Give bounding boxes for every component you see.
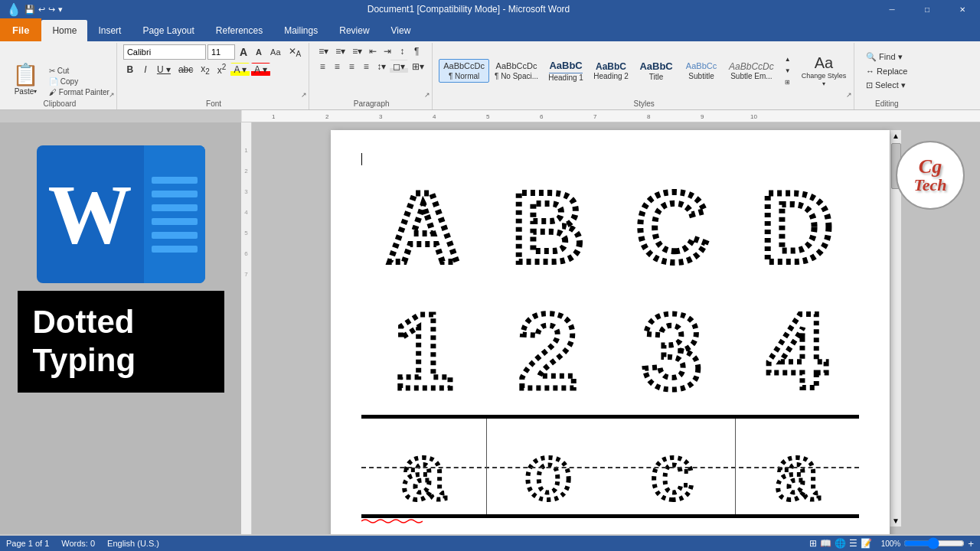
align-right-button[interactable]: ≡ [345,60,358,73]
outline-view[interactable]: ☰ [849,538,858,549]
svg-text:c: c [651,429,694,510]
subscript-button[interactable]: x2 [198,62,213,77]
strikethrough-button[interactable]: abc [175,63,196,77]
tab-file[interactable]: File [0,18,41,41]
title-label: Title [649,73,664,81]
zoom-in-button[interactable]: + [968,538,974,549]
clipboard-expand[interactable]: ↗ [109,91,115,99]
align-left-button[interactable]: ≡ [315,60,329,73]
ribbon: 📋 Paste ▾ ✂ Cut 📄 Copy 🖌 Format Painter … [0,41,980,110]
banner-line1: Dotted [33,303,209,341]
draft-view[interactable]: 📝 [861,538,872,549]
styles-expand[interactable]: ↗ [846,91,852,99]
styles-more[interactable]: ⊞ [781,77,795,87]
quick-undo[interactable]: ↩ [38,5,45,15]
subtle-em-preview: AaBbCcDc [729,61,774,72]
highlight-button[interactable]: A ▾ [230,63,250,77]
borders-button[interactable]: ⊞▾ [409,60,427,73]
copy-button[interactable]: 📄 Copy [47,77,112,86]
change-case-button[interactable]: Aa [267,46,283,58]
style-subtitle[interactable]: AaBbCc Subtitle [679,59,724,82]
grow-font-button[interactable]: A [237,44,250,60]
align-center-button[interactable]: ≡ [330,60,344,73]
full-reading-view[interactable]: 📖 [820,538,831,549]
superscript-button[interactable]: x2 [214,61,230,77]
style-subtle-em[interactable]: AaBbCcDc Subtle Em... [724,59,779,83]
small-letter-a: a [385,426,462,510]
web-layout-view[interactable]: 🌐 [835,538,846,549]
numbering-button[interactable]: ≡▾ [332,44,348,58]
tab-references[interactable]: References [205,20,273,41]
title-bar: 💧 💾 ↩ ↪ ▾ Document1 [Compatibility Mode]… [0,0,980,18]
format-painter-button[interactable]: 🖌 Format Painter [47,87,112,97]
svg-text:a: a [402,429,446,510]
style-heading1[interactable]: AaBbC Heading 1 [544,57,588,84]
paste-button[interactable]: 📋 Paste ▾ [8,60,44,97]
tab-review[interactable]: Review [328,20,380,41]
scroll-up-button[interactable]: ▲ [890,130,901,142]
svg-text:8: 8 [647,113,651,120]
svg-text:4: 4 [767,291,827,403]
svg-text:7: 7 [593,113,597,120]
decrease-indent-button[interactable]: ⇤ [366,44,380,58]
h2-label: Heading 2 [593,72,629,80]
italic-button[interactable]: I [139,63,152,77]
vertical-ruler: 1234567 [241,122,252,534]
tab-view[interactable]: View [381,20,422,41]
paragraph-label: Paragraph [311,99,432,108]
shrink-font-button[interactable]: A [252,46,266,58]
style-no-spacing[interactable]: AaBbCcDc ¶ No Spaci... [490,59,543,82]
font-name-input[interactable] [123,44,206,60]
select-button[interactable]: ⊡ Select ▾ [863,79,909,92]
underline-button[interactable]: U ▾ [154,63,174,77]
editing-group: 🔍 Find ▾ ↔ Replace ⊡ Select ▾ Editing [856,43,917,109]
print-layout-view[interactable]: ⊞ [809,538,817,549]
replace-button[interactable]: ↔ Replace [863,65,910,77]
number-4: 4 [747,289,847,403]
font-expand[interactable]: ↗ [301,91,307,99]
increase-indent-button[interactable]: ⇥ [381,44,394,58]
zoom-slider[interactable] [903,537,965,549]
line-spacing-button[interactable]: ↕▾ [374,60,389,73]
clipboard-label: Clipboard [3,99,116,108]
scroll-down-button[interactable]: ▼ [890,515,901,527]
quick-redo[interactable]: ↪ [48,5,55,15]
font-color-button[interactable]: A ▾ [251,63,270,77]
sort-button[interactable]: ↕ [395,44,409,58]
cut-button[interactable]: ✂ Cut [47,66,112,76]
tab-mailings[interactable]: Mailings [273,20,328,41]
svg-text:3: 3 [642,291,702,403]
title-preview: AaBbC [639,60,672,73]
document[interactable]: A B C D 1 2 [331,130,890,534]
normal-label: ¶ Normal [449,72,479,80]
minimize-button[interactable]: ─ [874,0,910,18]
styles-scroll-down[interactable]: ▼ [781,66,795,76]
change-styles-button[interactable]: Aa Change Styles ▾ [799,53,850,89]
style-heading2[interactable]: AaBbC Heading 2 [589,59,633,83]
shading-button[interactable]: ◻▾ [390,60,408,73]
tab-page-layout[interactable]: Page Layout [132,20,204,41]
doc-area[interactable]: Cg Tech A B C [252,122,980,534]
find-button[interactable]: 🔍 Find ▾ [863,51,906,64]
multilevel-button[interactable]: ≡▾ [349,44,365,58]
bold-button[interactable]: B [123,63,137,77]
tab-insert[interactable]: Insert [87,20,132,41]
small-letter-o: o [510,426,586,510]
word-w-letter: W [48,172,132,256]
paragraph-expand[interactable]: ↗ [424,91,430,99]
style-title[interactable]: AaBbC Title [634,58,678,83]
tab-home[interactable]: Home [41,20,87,41]
bullets-button[interactable]: ≡▾ [315,44,332,58]
clear-format-button[interactable]: ✕A [286,44,305,60]
quick-save[interactable]: 💾 [24,5,35,15]
paragraph-group: ≡▾ ≡▾ ≡▾ ⇤ ⇥ ↕ ¶ ≡ ≡ ≡ ≡ ↕▾ ◻▾ ⊞▾ Paragr… [311,43,433,109]
justify-button[interactable]: ≡ [359,60,373,73]
cg-logo: Cg Tech [896,141,965,210]
maximize-button[interactable]: □ [910,0,945,18]
h1-label: Heading 1 [548,73,583,82]
show-hide-button[interactable]: ¶ [410,44,423,58]
font-size-input[interactable] [207,44,235,60]
styles-scroll-up[interactable]: ▲ [781,54,795,64]
close-button[interactable]: ✕ [945,0,980,18]
style-normal[interactable]: AaBbCcDc ¶ Normal [439,59,489,82]
